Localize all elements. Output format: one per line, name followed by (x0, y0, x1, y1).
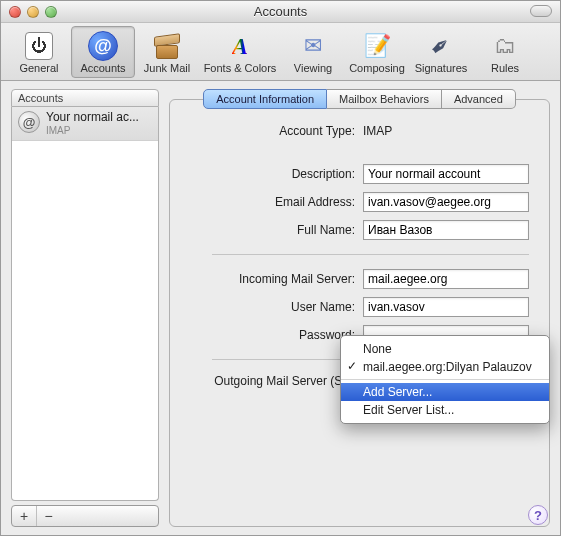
check-icon: ✓ (347, 359, 357, 373)
window-title: Accounts (1, 4, 560, 19)
account-info-panel: Account Type: IMAP Description: Email Ad… (169, 99, 550, 527)
toolbar-item-fonts[interactable]: A Fonts & Colors (199, 26, 281, 78)
row-description: Description: (190, 164, 529, 184)
add-account-button[interactable]: + (12, 506, 36, 526)
menu-label: mail.aegee.org:Dilyan Palauzov (363, 360, 532, 374)
incoming-server-field[interactable] (363, 269, 529, 289)
account-name: Your normail ac... (46, 111, 139, 125)
toolbar-label: Accounts (80, 62, 125, 74)
toolbar-item-general[interactable]: ⏻ General (7, 26, 71, 78)
toolbar-label: Junk Mail (144, 62, 190, 74)
label-email: Email Address: (190, 195, 355, 209)
smtp-option-none[interactable]: None (341, 340, 549, 358)
label-account-type: Account Type: (190, 124, 355, 138)
menu-separator (341, 379, 549, 380)
toolbar-label: Fonts & Colors (204, 62, 277, 74)
fullname-field[interactable] (363, 220, 529, 240)
row-username: User Name: (190, 297, 529, 317)
content-area: Accounts @ Your normail ac... IMAP + − A… (1, 81, 560, 535)
fonts-icon: A (225, 31, 255, 61)
main-panel: Account Information Mailbox Behaviors Ad… (169, 89, 550, 527)
toolbar-item-rules[interactable]: 🗂︎ Rules (473, 26, 537, 78)
tab-account-info[interactable]: Account Information (203, 89, 327, 109)
smtp-popup-menu: None ✓ mail.aegee.org:Dilyan Palauzov Ad… (340, 335, 550, 424)
rules-icon: 🗂︎ (490, 31, 520, 61)
label-fullname: Full Name: (190, 223, 355, 237)
at-icon: @ (18, 111, 40, 133)
menu-label: None (363, 342, 392, 356)
label-description: Description: (190, 167, 355, 181)
titlebar: Accounts (1, 1, 560, 23)
tab-mailbox-behaviors[interactable]: Mailbox Behaviors (327, 89, 442, 109)
toolbar-label: General (19, 62, 58, 74)
toolbar-item-accounts[interactable]: @ Accounts (71, 26, 135, 78)
toolbar-item-viewing[interactable]: ✉︎ Viewing (281, 26, 345, 78)
viewing-icon: ✉︎ (298, 31, 328, 61)
smtp-option-add[interactable]: Add Server... (341, 383, 549, 401)
toolbar-item-composing[interactable]: 📝 Composing (345, 26, 409, 78)
value-account-type: IMAP (363, 124, 392, 138)
toolbar-item-signatures[interactable]: ✒︎ Signatures (409, 26, 473, 78)
label-password: Password: (190, 328, 355, 342)
switch-icon: ⏻ (24, 31, 54, 61)
description-field[interactable] (363, 164, 529, 184)
add-remove-buttons: + − (11, 505, 159, 527)
preferences-window: Accounts ⏻ General @ Accounts Junk Mail … (0, 0, 561, 536)
row-email: Email Address: (190, 192, 529, 212)
pen-icon: ✒︎ (420, 25, 462, 67)
junk-box-icon (152, 31, 182, 61)
separator (212, 254, 529, 255)
at-icon: @ (88, 31, 118, 61)
label-username: User Name: (190, 300, 355, 314)
username-field[interactable] (363, 297, 529, 317)
composing-icon: 📝 (362, 31, 392, 61)
row-account-type: Account Type: IMAP (190, 124, 529, 138)
remove-account-button[interactable]: − (36, 506, 60, 526)
sidebar-header: Accounts (11, 89, 159, 107)
toolbar-label: Composing (349, 62, 405, 74)
tab-advanced[interactable]: Advanced (442, 89, 516, 109)
toolbar-toggle-pill[interactable] (530, 5, 552, 17)
account-protocol: IMAP (46, 125, 139, 137)
smtp-option-selected[interactable]: ✓ mail.aegee.org:Dilyan Palauzov (341, 358, 549, 376)
email-field[interactable] (363, 192, 529, 212)
toolbar-label: Viewing (294, 62, 332, 74)
row-fullname: Full Name: (190, 220, 529, 240)
preferences-toolbar: ⏻ General @ Accounts Junk Mail A Fonts &… (1, 23, 560, 81)
toolbar-label: Rules (491, 62, 519, 74)
accounts-sidebar: Accounts @ Your normail ac... IMAP + − (11, 89, 159, 527)
toolbar-item-junk[interactable]: Junk Mail (135, 26, 199, 78)
tab-bar: Account Information Mailbox Behaviors Ad… (169, 89, 550, 109)
row-incoming: Incoming Mail Server: (190, 269, 529, 289)
menu-label: Edit Server List... (363, 403, 454, 417)
smtp-option-edit[interactable]: Edit Server List... (341, 401, 549, 419)
menu-label: Add Server... (363, 385, 432, 399)
label-incoming: Incoming Mail Server: (190, 272, 355, 286)
accounts-list[interactable]: @ Your normail ac... IMAP (11, 107, 159, 501)
account-texts: Your normail ac... IMAP (46, 111, 139, 136)
help-button[interactable]: ? (528, 505, 548, 525)
account-row[interactable]: @ Your normail ac... IMAP (12, 107, 158, 141)
